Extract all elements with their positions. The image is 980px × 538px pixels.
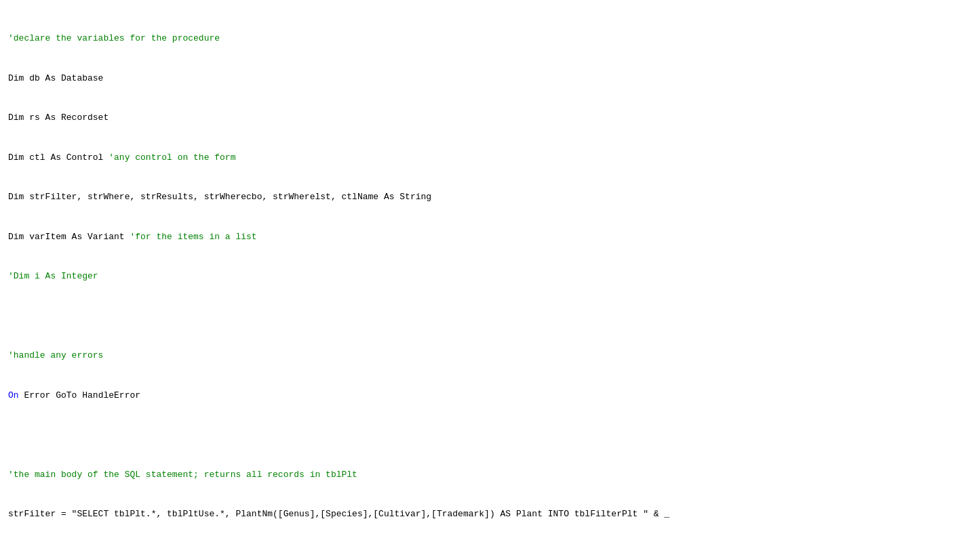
line-9: 'handle any errors: [8, 349, 972, 363]
line-13: strFilter = "SELECT tblPlt.*, tblPltUse.…: [8, 508, 972, 521]
line-2: Dim db As Database: [8, 72, 972, 85]
code-segment: Error GoTo HandleError: [19, 390, 140, 400]
line-11: [8, 428, 972, 442]
line-10: On Error GoTo HandleError: [8, 389, 972, 402]
line-7: 'Dim i As Integer: [8, 270, 972, 283]
line-3: Dim rs As Recordset: [8, 111, 972, 125]
line-12: 'the main body of the SQL statement; ret…: [8, 468, 972, 482]
line-4: Dim ctl As Control 'any control on the f…: [8, 151, 972, 165]
code-segment: Dim ctl As Control: [8, 152, 109, 163]
code-segment: Dim varItem As Variant: [8, 232, 130, 242]
line-8: [8, 310, 972, 323]
line-5: Dim strFilter, strWhere, strResults, str…: [8, 190, 972, 204]
code-editor: 'declare the variables for the procedure…: [8, 5, 972, 538]
line-6: Dim varItem As Variant 'for the items in…: [8, 230, 972, 244]
comment-segment: 'any control on the form: [109, 152, 235, 163]
keyword-on: On: [8, 390, 19, 400]
comment-segment: 'for the items in a list: [130, 232, 256, 242]
line-1: 'declare the variables for the procedure: [8, 32, 972, 45]
